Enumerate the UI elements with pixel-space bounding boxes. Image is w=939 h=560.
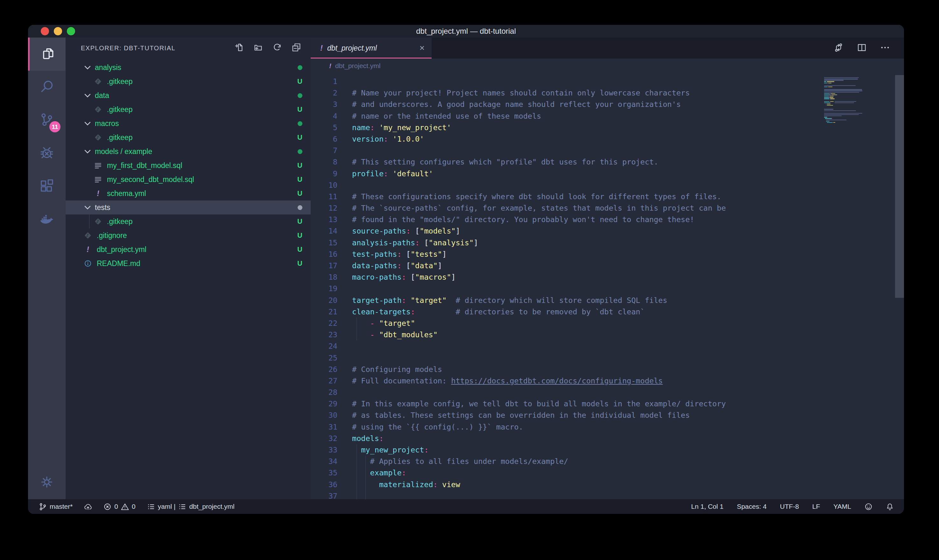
collapse-all-button[interactable]	[292, 43, 301, 54]
code-token: # and underscores. A good package name s…	[352, 100, 681, 109]
new-folder-button[interactable]	[253, 43, 263, 54]
zoom-window-button[interactable]	[67, 27, 75, 35]
git-untracked-badge: U	[297, 77, 302, 86]
line-number: 26	[311, 364, 337, 375]
minimap-segment	[836, 94, 837, 95]
tree-item-data[interactable]: data	[66, 88, 311, 103]
activity-item-source-control[interactable]: 11	[28, 104, 66, 137]
tree-item-gitkeep[interactable]: .gitkeepU	[66, 74, 311, 88]
close-window-button[interactable]	[41, 27, 49, 35]
line-content: materialized: view	[352, 479, 460, 490]
code-token: name	[352, 123, 370, 132]
vertical-scrollbar-thumb[interactable]	[895, 75, 904, 298]
explorer-header: EXPLORER: DBT-TUTORIAL	[66, 37, 311, 58]
minimap-segment	[827, 122, 832, 123]
status-item-indentation[interactable]: Spaces: 4	[737, 503, 767, 510]
settings-button[interactable]	[28, 466, 66, 499]
minimap-segment	[824, 92, 859, 92]
status-item-git-branch[interactable]: master*	[39, 503, 72, 511]
activity-item-debug[interactable]	[28, 137, 66, 170]
minimize-window-button[interactable]	[54, 27, 62, 35]
line-content: # Name your project! Project names shoul…	[352, 87, 690, 98]
git-untracked-badge: U	[297, 105, 302, 114]
tree-item-my-second-dbt-model-sql[interactable]: my_second_dbt_model.sqlU	[66, 172, 311, 186]
title-bar[interactable]: dbt_project.yml — dbt-tutorial	[28, 25, 904, 37]
git-status-indicator	[298, 65, 302, 70]
tab-label: dbt_project.yml	[327, 44, 377, 52]
tree-item-schema-yml[interactable]: !schema.ymlU	[66, 186, 311, 200]
status-item-problems[interactable]: 00	[103, 503, 135, 511]
tree-item-tests[interactable]: tests	[66, 200, 311, 214]
code-token: # These configurations specify where dbt…	[352, 192, 721, 201]
minimap-segment	[824, 113, 862, 114]
tree-item-models-example[interactable]: models / example	[66, 145, 311, 158]
branch-icon	[39, 503, 47, 511]
status-item-sync[interactable]	[84, 503, 92, 511]
indent-guide	[365, 455, 366, 467]
tab-dbt-project-yml[interactable]: ! dbt_project.yml ×	[311, 37, 432, 58]
status-item-file-language[interactable]: yaml |dbt_project.yml	[147, 503, 235, 511]
status-item-encoding[interactable]: UTF-8	[780, 503, 799, 510]
tree-item-my-first-dbt-model-sql[interactable]: my_first_dbt_model.sqlU	[66, 158, 311, 172]
status-item-notifications[interactable]	[886, 503, 894, 511]
git-file-icon	[83, 231, 92, 240]
minimap[interactable]	[824, 76, 893, 125]
more-actions-button[interactable]	[880, 43, 890, 54]
code-line-25: 25	[311, 352, 904, 364]
code-line-7: 7	[311, 145, 904, 156]
refresh-button[interactable]	[272, 43, 282, 54]
split-editor-button[interactable]	[857, 43, 867, 54]
code-token: target-path	[352, 296, 402, 305]
tree-item-macros[interactable]: macros	[66, 117, 311, 131]
code-line-10: 10	[311, 180, 904, 191]
new-file-button[interactable]	[234, 43, 244, 54]
git-status-indicator: U	[297, 77, 302, 86]
code-token: data-paths	[352, 261, 397, 270]
tree-item-dbt-project-yml[interactable]: !dbt_project.ymlU	[66, 243, 311, 257]
code-line-9: 9profile: 'default'	[311, 168, 904, 180]
breadcrumb-item-file[interactable]: dbt_project.yml	[335, 62, 380, 70]
code-token	[402, 261, 406, 270]
status-text: master*	[50, 503, 72, 510]
code-token: # The `source-paths` config, for example…	[352, 204, 726, 212]
tree-item-readme-md[interactable]: README.mdU	[66, 257, 311, 271]
code-line-29: 29# In this example config, we tell dbt …	[311, 398, 904, 409]
status-item-feedback[interactable]	[865, 503, 873, 511]
activity-item-explorer[interactable]	[28, 37, 66, 71]
minimap-segment	[824, 77, 859, 78]
line-number: 24	[311, 340, 337, 352]
activity-item-search[interactable]	[28, 71, 66, 104]
tree-item-gitkeep[interactable]: .gitkeepU	[66, 103, 311, 117]
status-item-language-mode[interactable]: YAML	[833, 503, 851, 510]
files-icon	[40, 46, 55, 62]
code-line-35: 35 example:	[311, 467, 904, 478]
code-token: :	[383, 169, 388, 178]
code-token: :	[383, 135, 388, 143]
open-changes-button[interactable]	[834, 43, 844, 54]
close-tab-icon[interactable]: ×	[420, 44, 425, 52]
code-lines: 12# Name your project! Project names sho…	[311, 73, 904, 499]
status-item-eol[interactable]: LF	[812, 503, 820, 510]
tree-item-analysis[interactable]: analysis	[66, 60, 311, 74]
code-token: macro-paths	[352, 273, 402, 282]
minimap-segment	[824, 122, 827, 123]
activity-item-docker[interactable]	[28, 203, 66, 236]
code-token	[420, 238, 424, 247]
status-text: 0	[114, 503, 118, 510]
breadcrumb[interactable]: ! dbt_project.yml	[311, 58, 904, 73]
code-link[interactable]: https://docs.getdbt.com/docs/configuring…	[451, 376, 663, 385]
tree-item-label: .gitkeep	[107, 133, 133, 142]
tree-item-gitkeep[interactable]: .gitkeepU	[66, 131, 311, 145]
tree-item-gitignore[interactable]: .gitignoreU	[66, 228, 311, 243]
minimap-segment	[824, 94, 830, 95]
sql-file-icon	[94, 175, 103, 184]
line-number: 19	[311, 283, 337, 294]
code-token: '1.0.0'	[393, 135, 424, 143]
tree-item-gitkeep[interactable]: .gitkeepU	[66, 214, 311, 228]
line-content: version: '1.0.0'	[352, 133, 424, 145]
status-item-cursor-position[interactable]: Ln 1, Col 1	[691, 503, 723, 510]
code-token: my_new_project	[361, 445, 424, 454]
code-editor[interactable]: 12# Name your project! Project names sho…	[311, 73, 904, 499]
activity-item-extensions[interactable]	[28, 170, 66, 203]
code-line-26: 26# Configuring models	[311, 364, 904, 375]
